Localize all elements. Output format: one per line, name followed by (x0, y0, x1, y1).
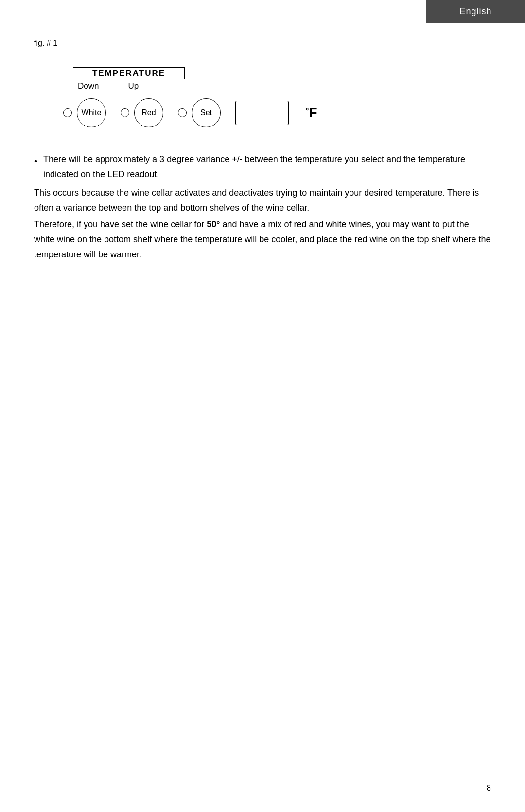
temperature-display (235, 101, 289, 125)
body-text: • There will be approximately a 3 degree… (34, 152, 491, 262)
paragraph2: Therefore, if you have set the wine cell… (34, 217, 491, 262)
figure-label: fig. # 1 (34, 39, 491, 48)
bullet-item: • There will be approximately a 3 degree… (34, 152, 491, 181)
white-button[interactable]: White (77, 98, 106, 127)
paragraph1-text: This occurs because the wine cellar acti… (34, 188, 479, 213)
temperature-labels: Down Up (78, 81, 139, 91)
up-label: Up (128, 81, 139, 91)
white-radio[interactable] (63, 108, 72, 117)
red-button[interactable]: Red (134, 98, 163, 127)
page-number: 8 (487, 784, 491, 793)
set-button[interactable]: Set (192, 98, 221, 127)
fahrenheit-letter: F (309, 105, 317, 121)
white-control-group: White (63, 98, 106, 127)
controls-row: White Red Set ° F (63, 98, 491, 127)
set-radio[interactable] (178, 108, 187, 117)
main-content: fig. # 1 TEMPERATURE Down Up White Red (34, 39, 491, 264)
paragraph2-part1: Therefore, if you have set the wine cell… (34, 219, 207, 229)
paragraph1: This occurs because the wine cellar acti… (34, 185, 491, 215)
set-control-group: Set (178, 98, 221, 127)
fahrenheit-label: ° F (306, 105, 317, 121)
temperature-header: TEMPERATURE Down Up (73, 67, 491, 91)
temperature-title: TEMPERATURE (73, 67, 185, 79)
red-radio[interactable] (121, 108, 129, 117)
temperature-diagram: TEMPERATURE Down Up White Red Set (63, 67, 491, 127)
bullet-symbol: • (34, 153, 37, 169)
paragraph2-bold: 50° (207, 219, 220, 229)
language-header: English (426, 0, 525, 23)
down-label: Down (78, 81, 99, 91)
bullet-text: There will be approximately a 3 degree v… (43, 152, 491, 181)
language-label: English (459, 6, 491, 17)
red-control-group: Red (121, 98, 163, 127)
